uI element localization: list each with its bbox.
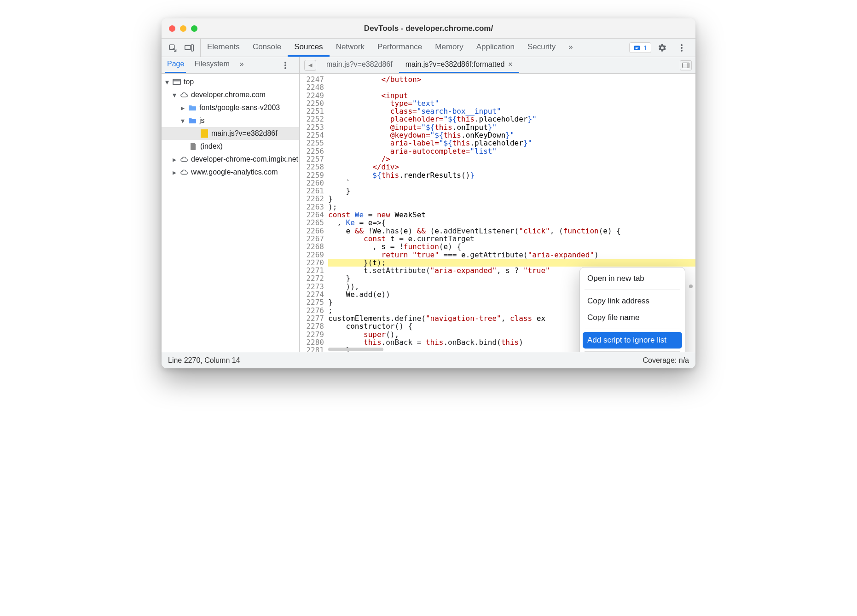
frame-icon — [173, 78, 181, 86]
chevron-left-icon: ◀ — [308, 62, 312, 68]
main-tabbar: ElementsConsoleSourcesNetworkPerformance… — [162, 39, 695, 57]
line-number-gutter: 2247224822492250225122522253225422552256… — [300, 74, 328, 352]
svg-point-10 — [284, 64, 286, 66]
ctx-separator — [585, 290, 680, 290]
editor-tab-1[interactable]: main.js?v=e382d86f:formatted × — [399, 57, 519, 73]
kebab-menu-icon[interactable] — [673, 41, 690, 55]
status-cursor-position: Line 2270, Column 14 — [168, 356, 240, 365]
tree-host-label: developer.chrome.com — [191, 91, 266, 99]
chevron-down-icon: ▾ — [164, 79, 170, 85]
window-title: DevTools - developer.chrome.com/ — [162, 24, 695, 33]
editor-tab-0[interactable]: main.js?v=e382d86f — [320, 57, 399, 73]
ctx-separator — [585, 329, 680, 329]
context-menu: Open in new tab Copy link address Copy f… — [579, 267, 685, 352]
tree-host[interactable]: ▾ developer.chrome.com — [162, 88, 299, 101]
editor-code-area[interactable]: 2247224822492250225122522253225422552256… — [300, 74, 695, 352]
tree-imgix-label: developer-chrome-com.imgix.net — [191, 155, 298, 163]
status-coverage: Coverage: n/a — [643, 356, 689, 365]
document-icon — [189, 142, 197, 151]
cloud-icon — [180, 91, 188, 99]
traffic-lights — [162, 25, 197, 32]
svg-point-8 — [681, 50, 683, 52]
window-maximize-button[interactable] — [191, 25, 197, 32]
cloud-icon — [180, 155, 188, 163]
sidebar-tabs-overflow[interactable]: » — [238, 57, 246, 73]
workspace: Page Filesystem » ▾ top ▾ developer.chro… — [162, 57, 695, 352]
issues-badge[interactable]: 1 — [629, 42, 651, 53]
svg-rect-3 — [634, 46, 640, 50]
editor-tab-0-label: main.js?v=e382d86f — [326, 60, 393, 69]
ctx-open-new-tab[interactable]: Open in new tab — [583, 270, 682, 287]
sidebar-tab-page[interactable]: Page — [165, 57, 186, 73]
main-tab-elements[interactable]: Elements — [201, 39, 246, 57]
window-minimize-button[interactable] — [180, 25, 186, 32]
svg-rect-4 — [635, 47, 638, 47]
ctx-copy-file-name[interactable]: Copy file name — [583, 309, 682, 326]
element-picker-icon[interactable] — [164, 41, 181, 55]
tree-file-index[interactable]: (index) — [162, 140, 299, 153]
close-icon[interactable]: × — [508, 60, 512, 69]
device-toolbar-icon[interactable] — [181, 41, 197, 55]
js-file-icon — [200, 129, 208, 138]
status-bar: Line 2270, Column 14 Coverage: n/a — [162, 352, 695, 368]
svg-rect-1 — [185, 45, 191, 49]
main-tab-memory[interactable]: Memory — [428, 39, 469, 57]
svg-rect-5 — [635, 48, 637, 48]
chevron-right-icon: ▸ — [180, 105, 185, 110]
tree-fonts-label: fonts/google-sans-v2003 — [199, 104, 280, 112]
issues-count: 1 — [643, 44, 647, 52]
svg-rect-12 — [173, 79, 180, 85]
svg-point-9 — [284, 62, 286, 64]
tree-main-label: main.js?v=e382d86f — [211, 129, 278, 138]
cloud-icon — [180, 168, 188, 176]
expand-panel-icon[interactable] — [680, 60, 692, 70]
sidebar-tab-filesystem[interactable]: Filesystem — [192, 57, 231, 73]
file-tree[interactable]: ▾ top ▾ developer.chrome.com ▸ fonts/goo… — [162, 74, 299, 352]
chevron-down-icon: ▾ — [172, 92, 177, 98]
titlebar: DevTools - developer.chrome.com/ — [162, 18, 695, 39]
main-tab-network[interactable]: Network — [330, 39, 371, 57]
chevron-right-icon: ▸ — [172, 157, 177, 162]
ctx-separator — [585, 351, 680, 352]
vertical-scrollbar[interactable] — [689, 76, 694, 349]
folder-open-icon — [188, 116, 197, 125]
main-tab-security[interactable]: Security — [521, 39, 562, 57]
tree-host-ga[interactable]: ▸ www.google-analytics.com — [162, 166, 299, 179]
main-tab-performance[interactable]: Performance — [371, 39, 428, 57]
svg-point-7 — [681, 47, 683, 49]
tree-js-label: js — [199, 116, 205, 125]
tree-host-imgix[interactable]: ▸ developer-chrome-com.imgix.net — [162, 153, 299, 166]
sidebar-tabbar: Page Filesystem » — [162, 57, 299, 74]
editor-panel: ◀ main.js?v=e382d86f main.js?v=e382d86f:… — [300, 57, 695, 352]
folder-icon — [188, 104, 197, 112]
main-tab-console[interactable]: Console — [246, 39, 288, 57]
sidebar-kebab-icon[interactable] — [284, 62, 295, 69]
main-tabs-overflow[interactable]: » — [562, 39, 579, 57]
chevron-down-icon: ▾ — [180, 118, 185, 123]
svg-point-6 — [681, 44, 683, 46]
main-tab-application[interactable]: Application — [470, 39, 521, 57]
editor-tab-1-label: main.js?v=e382d86f:formatted — [405, 60, 505, 69]
chevron-right-icon: ▸ — [172, 169, 177, 175]
tree-folder-fonts[interactable]: ▸ fonts/google-sans-v2003 — [162, 101, 299, 114]
tree-folder-js[interactable]: ▾ js — [162, 114, 299, 127]
ctx-add-ignore-list[interactable]: Add script to ignore list — [583, 332, 682, 349]
window-shell: DevTools - developer.chrome.com/ Element… — [162, 18, 695, 368]
main-tab-sources[interactable]: Sources — [288, 39, 329, 57]
window-close-button[interactable] — [169, 25, 175, 32]
tree-top[interactable]: ▾ top — [162, 76, 299, 88]
tree-top-label: top — [184, 78, 194, 86]
tree-ga-label: www.google-analytics.com — [191, 168, 278, 176]
settings-icon[interactable] — [654, 41, 671, 55]
ctx-copy-link-address[interactable]: Copy link address — [583, 293, 682, 309]
sources-sidebar: Page Filesystem » ▾ top ▾ developer.chro… — [162, 57, 300, 352]
editor-tabbar: ◀ main.js?v=e382d86f main.js?v=e382d86f:… — [300, 57, 695, 74]
svg-rect-15 — [687, 63, 689, 68]
editor-history-back[interactable]: ◀ — [304, 60, 316, 71]
tree-file-main[interactable]: main.js?v=e382d86f — [162, 127, 299, 140]
svg-rect-2 — [191, 45, 194, 51]
tree-index-label: (index) — [200, 142, 223, 151]
svg-point-11 — [284, 67, 286, 69]
